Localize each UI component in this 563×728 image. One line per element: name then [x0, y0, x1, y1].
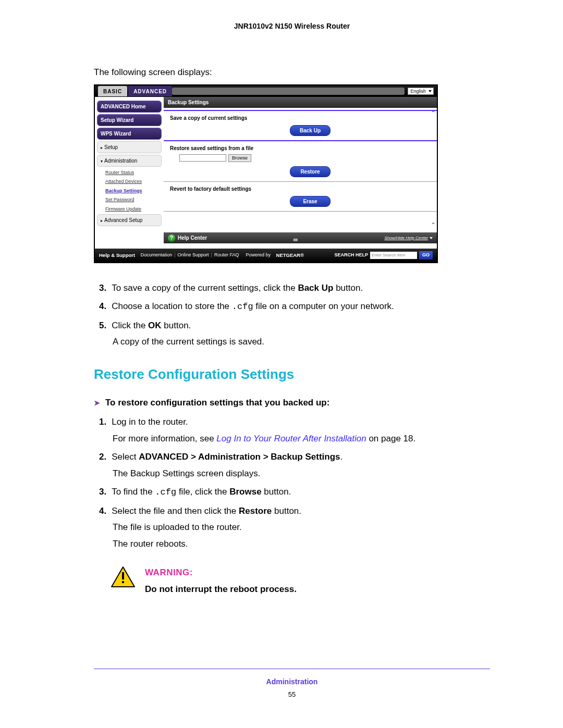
search-input[interactable]: Enter Search Item	[370, 252, 417, 259]
warning-block: WARNING: Do not interrupt the reboot pro…	[111, 566, 490, 596]
nav-advanced-setup[interactable]: ▸Advanced Setup	[97, 214, 162, 226]
language-select[interactable]: English	[408, 88, 434, 95]
tab-basic[interactable]: BASIC	[98, 86, 127, 96]
nav-setup-wizard[interactable]: Setup Wizard	[97, 114, 162, 126]
link-documentation[interactable]: Documentation	[141, 252, 173, 259]
intro-text: The following screen displays:	[94, 66, 490, 79]
link-login-after-install[interactable]: Log In to Your Router After Installation	[216, 434, 366, 443]
go-button[interactable]: GO	[419, 251, 433, 260]
restore-heading: Restore Configuration Settings	[94, 364, 490, 385]
backup-button[interactable]: Back Up	[290, 125, 331, 136]
nav-firmware-update[interactable]: Firmware Update	[97, 205, 162, 213]
restore-step-3: 3.To find the .cfg file, click the Brows…	[94, 485, 490, 499]
nav-setup[interactable]: ▸Setup	[97, 141, 162, 153]
content-pane: Backup Settings Save a copy of current s…	[164, 97, 437, 249]
page-footer: Administration 55	[94, 669, 490, 700]
svg-rect-1	[122, 572, 124, 579]
link-router-faq[interactable]: Router FAQ	[214, 252, 239, 259]
router-footer: Help & Support Documentation | Online Su…	[95, 249, 437, 262]
help-support-label: Help & Support	[99, 252, 135, 259]
restore-step-2: 2.Select ADVANCED > Administration > Bac…	[94, 450, 490, 480]
browse-button[interactable]: Browse	[228, 154, 251, 163]
revert-label: Revert to factory default settings	[170, 185, 431, 193]
file-input[interactable]	[179, 154, 226, 162]
scroll-up-icon[interactable]: ⌃	[431, 108, 436, 118]
help-center-label: Help Center	[178, 234, 207, 242]
help-center-bar[interactable]: ? Help Center ▃ Show/Hide Help Center	[164, 232, 437, 243]
nav-administration-label: Administration	[104, 158, 137, 164]
tab-advanced[interactable]: ADVANCED	[128, 86, 172, 96]
restore-step-1: 1.Log in to the router. For more informa…	[94, 415, 490, 445]
topbar-spacer	[172, 88, 405, 95]
nav-setup-label: Setup	[104, 144, 118, 150]
restore-label: Restore saved settings from a file	[170, 144, 431, 152]
nav-backup-settings[interactable]: Backup Settings	[97, 187, 162, 195]
top-step-5: 5.Click the OK button. A copy of the cur…	[94, 319, 490, 349]
link-online-support[interactable]: Online Support	[178, 252, 209, 259]
arrow-icon: ➤	[94, 399, 100, 407]
nav-attached-devices[interactable]: Attached Devices	[97, 177, 162, 186]
nav-wps-wizard[interactable]: WPS Wizard	[97, 128, 162, 140]
help-icon: ?	[168, 235, 175, 242]
footer-page-number: 55	[94, 689, 490, 700]
nav-advanced-setup-label: Advanced Setup	[104, 217, 142, 223]
save-label: Save a copy of current settings	[170, 114, 431, 122]
nav-administration[interactable]: ▾Administration	[97, 155, 162, 167]
content-title: Backup Settings	[164, 97, 437, 108]
brand-label: NETGEAR®	[276, 252, 304, 259]
show-hide-help[interactable]: Show/Hide Help Center	[384, 235, 433, 241]
top-step-4: 4.Choose a location to store the .cfg fi…	[94, 300, 490, 314]
search-help-label: SEARCH HELP	[334, 252, 368, 259]
top-step-3: 3.To save a copy of the current settings…	[94, 281, 490, 295]
router-screenshot: BASIC ADVANCED English ADVANCED Home Set…	[94, 84, 438, 263]
warning-icon	[111, 566, 136, 588]
warning-label: WARNING:	[145, 566, 297, 579]
footer-section-name: Administration	[94, 676, 490, 687]
procedure-title: ➤To restore configuration settings that …	[94, 396, 490, 410]
nav-router-status[interactable]: Router Status	[97, 168, 162, 177]
nav-set-password[interactable]: Set Password	[97, 195, 162, 204]
scroll-down-icon[interactable]: ⌄	[431, 217, 436, 227]
sidebar: ADVANCED Home Setup Wizard WPS Wizard ▸S…	[95, 97, 164, 249]
powered-by-label: Powered by	[246, 252, 271, 259]
restore-button[interactable]: Restore	[290, 166, 331, 177]
doc-header: JNR1010v2 N150 Wireless Router	[94, 21, 490, 32]
erase-button[interactable]: Erase	[290, 196, 331, 207]
help-center-handle-icon[interactable]: ▃	[207, 234, 384, 242]
warning-message: Do not interrupt the reboot process.	[145, 583, 297, 596]
restore-step-4: 4.Select the file and then click the Res…	[94, 504, 490, 551]
nav-advanced-home[interactable]: ADVANCED Home	[97, 101, 162, 113]
svg-rect-2	[122, 581, 124, 583]
